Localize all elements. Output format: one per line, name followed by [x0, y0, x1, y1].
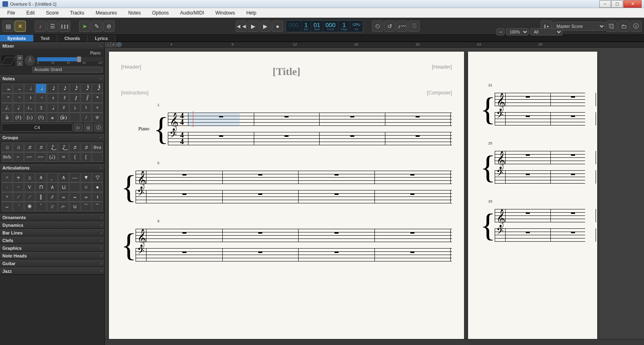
- symbol-cell[interactable]: ♬: [24, 142, 35, 152]
- symbol-cell[interactable]: ∧: [36, 173, 46, 182]
- folder-button[interactable]: 🗀: [618, 21, 629, 32]
- page-scroll[interactable]: [Header] [Header] [Title] [Instructions]…: [105, 48, 644, 339]
- symbol-cell[interactable]: —: [69, 173, 80, 182]
- symbol-cell[interactable]: 𝅘𝅥𝅯: [58, 84, 69, 93]
- close-button[interactable]: ✕: [623, 0, 642, 8]
- symbol-cell[interactable]: 𝆗: [58, 192, 69, 202]
- list-view-button[interactable]: ☰: [47, 21, 58, 32]
- symbol-cell[interactable]: 𝅘𝅥𝅮: [47, 84, 58, 93]
- whole-rest[interactable]: [526, 154, 530, 156]
- symbol-cell[interactable]: //: [47, 202, 58, 211]
- symbol-cell[interactable]: ♪..: [24, 103, 35, 113]
- time-signature[interactable]: 44: [180, 132, 184, 145]
- info-pitch-button[interactable]: ⓘ: [94, 123, 103, 132]
- whole-rest[interactable]: [335, 251, 339, 253]
- symbol-cell[interactable]: ▽: [92, 173, 103, 182]
- symbol-cell[interactable]: ⫽: [47, 192, 58, 202]
- menu-score[interactable]: Score: [40, 9, 64, 17]
- tab-text[interactable]: Text: [33, 35, 57, 42]
- symbol-cell[interactable]: ⌐⌐: [36, 152, 46, 162]
- whole-rest[interactable]: [335, 232, 339, 234]
- pointer-tool[interactable]: ➤: [79, 21, 90, 32]
- symbol-cell[interactable]: 𝅘𝅥𝅲: [92, 84, 103, 93]
- symbol-cell[interactable]: ∕⌐: [58, 202, 69, 211]
- symbol-cell[interactable]: 𝄼: [13, 93, 24, 103]
- tab-symbols[interactable]: Symbols: [0, 35, 33, 42]
- whole-rest[interactable]: [258, 232, 262, 234]
- symbol-cell[interactable]: {: [69, 152, 80, 162]
- symbol-cell[interactable]: 𝄿: [47, 93, 58, 103]
- symbol-cell[interactable]: (♭): [24, 113, 35, 122]
- symbol-cell[interactable]: ♫: [13, 142, 24, 152]
- symbol-cell[interactable]: 𝅀: [58, 93, 69, 103]
- symbol-cell[interactable]: ▼: [81, 173, 92, 182]
- whole-rest[interactable]: [258, 251, 262, 253]
- notes-header[interactable]: Notes─: [0, 75, 105, 82]
- symbol-cell[interactable]: ❋: [24, 202, 35, 211]
- whole-rest[interactable]: [410, 251, 414, 253]
- symbol-cell[interactable]: 𝅝: [13, 84, 24, 93]
- symbol-cell[interactable]: V: [24, 182, 35, 192]
- rewind-button[interactable]: ◄◄: [236, 21, 247, 32]
- symbol-cell[interactable]: 𝅘𝅥𝅱: [81, 84, 92, 93]
- symbol-cell[interactable]: ♪͜: [58, 142, 69, 152]
- symbol-cell[interactable]: 𝄻: [2, 93, 13, 103]
- symbol-cell[interactable]: [69, 113, 80, 122]
- symbol-cell[interactable]: ♫: [2, 142, 13, 152]
- symbol-cell[interactable]: ∻: [13, 173, 24, 182]
- symbol-cell[interactable]: 𝄫: [2, 113, 13, 122]
- symbol-cell[interactable]: ♬: [69, 142, 80, 152]
- symbol-cell[interactable]: ♬: [36, 142, 46, 152]
- whole-rest[interactable]: [526, 96, 530, 98]
- metronome-button[interactable]: ⏲: [372, 21, 383, 32]
- whole-rest[interactable]: [526, 232, 530, 233]
- play-pitch-button[interactable]: ▷: [74, 123, 83, 132]
- groups-header[interactable]: Groups─: [0, 134, 105, 141]
- mixer-header[interactable]: Mixer─: [0, 42, 105, 49]
- symbol-cell[interactable]: +: [2, 192, 13, 202]
- whole-rest[interactable]: [571, 154, 575, 156]
- symbol-cell[interactable]: (♩): [47, 152, 58, 162]
- target-button[interactable]: ◎: [84, 123, 93, 132]
- symbol-cell[interactable]: ♯: [58, 103, 69, 113]
- snap-button[interactable]: ♪〰: [396, 21, 408, 32]
- symbol-cell[interactable]: (♯): [13, 113, 24, 122]
- symbol-cell[interactable]: /: [81, 113, 92, 122]
- whole-rest[interactable]: [182, 232, 186, 234]
- info-button[interactable]: ⓘ: [630, 21, 642, 32]
- symbol-cell[interactable]: ♪͜: [47, 142, 58, 152]
- tab-chords[interactable]: Chords: [57, 35, 88, 42]
- pan-knob[interactable]: [25, 56, 35, 65]
- menu-audiomidi[interactable]: Audio/MIDI: [174, 9, 209, 17]
- whole-rest[interactable]: [526, 212, 530, 214]
- menu-options[interactable]: Options: [146, 9, 174, 17]
- note-entry-button[interactable]: ♪: [35, 21, 46, 32]
- symbol-cell[interactable]: 3: [36, 103, 46, 113]
- menu-windows[interactable]: Windows: [210, 9, 241, 17]
- menu-file[interactable]: File: [2, 9, 21, 17]
- whole-rest[interactable]: [571, 212, 575, 214]
- score-page-2[interactable]: 21{𝄞𝄢25{𝄞𝄢29{𝄞𝄢: [468, 52, 597, 339]
- whole-rest[interactable]: [284, 135, 289, 137]
- symbol-cell[interactable]: 8vb: [2, 152, 13, 162]
- menu-notes[interactable]: Notes: [123, 9, 146, 17]
- symbol-cell[interactable]: ⊔: [58, 182, 69, 192]
- symbol-cell[interactable]: 𝆭: [13, 202, 24, 211]
- ruler[interactable]: − + 481216202428: [105, 42, 644, 48]
- whole-rest[interactable]: [258, 193, 262, 195]
- record-button[interactable]: ●: [272, 21, 283, 32]
- guitar-header[interactable]: Guitar▫: [0, 259, 105, 267]
- staff-system[interactable]: 25{𝄞𝄢: [480, 146, 585, 188]
- symbol-cell[interactable]: 𝅁: [69, 93, 80, 103]
- whole-rest[interactable]: [182, 251, 186, 253]
- whole-rest[interactable]: [182, 174, 186, 176]
- symbol-cell[interactable]: ♩.: [2, 103, 13, 113]
- menu-help[interactable]: Help: [240, 9, 262, 17]
- loop-button[interactable]: ↺: [384, 21, 395, 32]
- symbol-cell[interactable]: [69, 182, 80, 192]
- symbol-cell[interactable]: 𝅗𝅥.: [13, 103, 24, 113]
- whole-rest[interactable]: [258, 174, 262, 176]
- symbol-cell[interactable]: ∕: [13, 192, 24, 202]
- time-signature[interactable]: 44: [180, 113, 184, 125]
- maximize-button[interactable]: ▢: [611, 0, 623, 8]
